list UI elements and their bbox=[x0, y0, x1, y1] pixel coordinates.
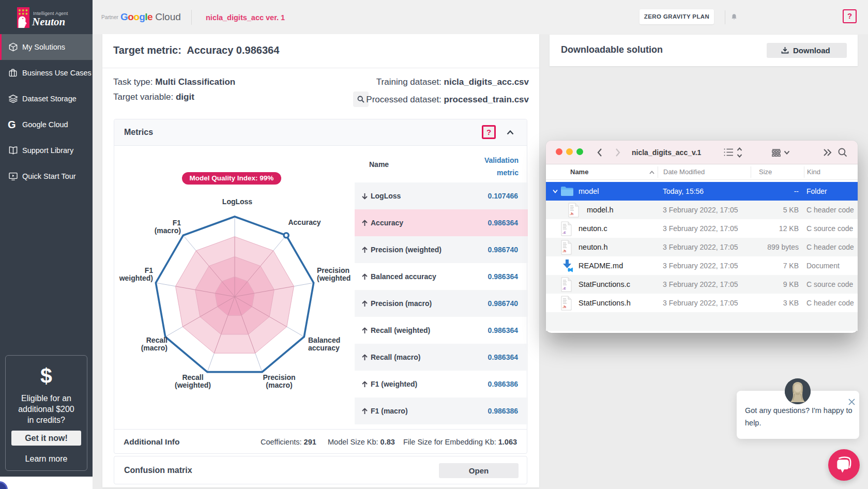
svg-text:.h: .h bbox=[562, 249, 566, 253]
svg-text:.c: .c bbox=[562, 286, 566, 291]
svg-text:.h: .h bbox=[562, 304, 566, 309]
svg-text:.h: .h bbox=[570, 211, 573, 216]
svg-text:.c: .c bbox=[562, 230, 566, 235]
